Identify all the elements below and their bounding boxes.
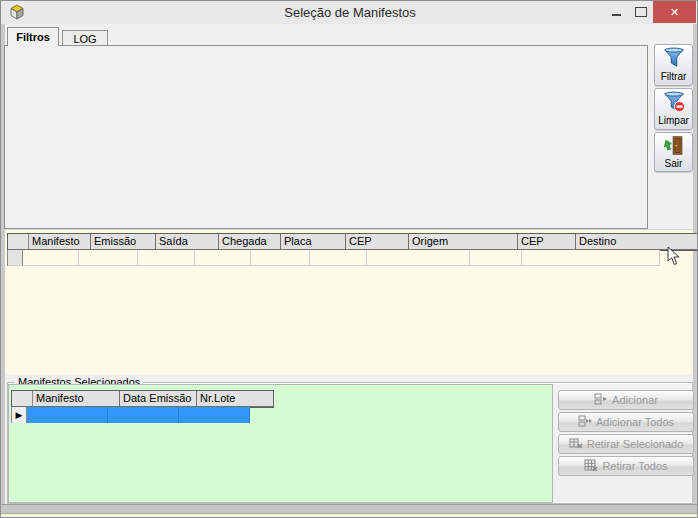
close-button[interactable]: ✕ [653, 1, 696, 23]
cell[interactable] [179, 407, 250, 423]
results-col-cep-origem: CEP [346, 234, 409, 250]
cell[interactable] [195, 250, 251, 266]
tab-log[interactable]: LOG [62, 30, 108, 46]
titlebar[interactable]: Seleção de Manifestos ✕ [1, 1, 698, 24]
results-col-placa: Placa [281, 234, 346, 250]
results-col-emissao: Emissão [91, 234, 156, 250]
exit-door-icon [663, 147, 685, 158]
selected-col-data-emissao: Data Emissão [120, 391, 197, 407]
filter-funnel-icon [662, 60, 686, 71]
selected-grid-selected-row[interactable]: ▶ [11, 407, 250, 423]
retirar-selecionado-button[interactable]: Retirar Selecionado [558, 434, 694, 454]
cell[interactable] [367, 250, 470, 266]
retirar-todos-button[interactable]: Retirar Todos [558, 456, 694, 476]
clear-filter-funnel-icon [662, 104, 686, 115]
cell[interactable] [27, 407, 108, 423]
tab-filtros[interactable]: Filtros [7, 27, 59, 46]
cell[interactable] [310, 250, 367, 266]
cell[interactable] [470, 250, 522, 266]
results-col-manifesto: Manifesto [29, 234, 91, 250]
row-indicator-cell [8, 250, 23, 266]
results-col-saida: Saída [156, 234, 219, 250]
filtrar-button[interactable]: Filtrar [654, 44, 693, 86]
maximize-button[interactable] [631, 1, 653, 23]
results-col-origem: Origem [409, 234, 518, 250]
add-all-rows-icon [578, 415, 592, 429]
adicionar-button[interactable]: Adicionar [558, 390, 694, 410]
sair-button[interactable]: Sair [654, 132, 693, 172]
limpar-button[interactable]: Limpar [654, 88, 693, 130]
minimize-button[interactable] [607, 1, 629, 23]
filtrar-button-label: Filtrar [655, 71, 692, 82]
cell[interactable] [251, 250, 310, 266]
window-title: Seleção de Manifestos [1, 5, 698, 20]
adicionar-button-label: Adicionar [612, 394, 658, 406]
selected-col-nr-lote: Nr.Lote [197, 391, 273, 407]
selected-col-manifesto: Manifesto [33, 391, 120, 407]
row-indicator-icon: ▶ [12, 407, 27, 423]
cell[interactable] [79, 250, 138, 266]
retirar-todos-button-label: Retirar Todos [602, 460, 667, 472]
cell[interactable] [138, 250, 195, 266]
window: Seleção de Manifestos ✕ Filtros LOG Mani… [0, 0, 698, 518]
sair-button-label: Sair [655, 158, 692, 169]
cell[interactable] [522, 250, 660, 266]
adicionar-todos-button[interactable]: Adicionar Todos [558, 412, 694, 432]
desktop-edge-strip [1, 514, 698, 518]
adicionar-todos-button-label: Adicionar Todos [596, 416, 674, 428]
mouse-cursor [667, 246, 680, 268]
cell[interactable] [108, 407, 179, 423]
window-frame-right [693, 24, 698, 506]
window-frame-bottom [1, 504, 698, 514]
results-grid-indicator-header [8, 234, 29, 250]
selected-grid-indicator-header [12, 391, 33, 407]
limpar-button-label: Limpar [655, 115, 692, 126]
results-grid-empty-row[interactable] [7, 250, 660, 266]
selected-grid-header: Manifesto Data Emissão Nr.Lote [11, 390, 274, 408]
add-row-icon [594, 393, 608, 407]
results-grid-header: Manifesto Emissão Saída Chegada Placa CE… [7, 233, 698, 251]
remove-all-rows-icon [584, 459, 598, 473]
results-col-cep-destino: CEP [518, 234, 576, 250]
results-col-chegada: Chegada [219, 234, 281, 250]
remove-selected-icon [569, 437, 583, 451]
retirar-selecionado-button-label: Retirar Selecionado [587, 438, 684, 450]
cell[interactable] [23, 250, 79, 266]
tabpage-filtros [4, 45, 648, 229]
